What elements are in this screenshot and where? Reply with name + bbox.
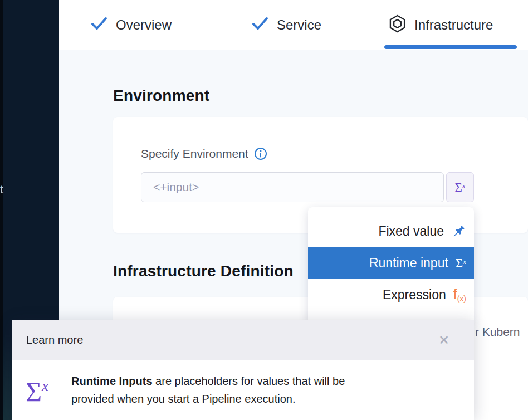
pin-icon xyxy=(451,224,466,239)
fx-expression-icon: f(x) xyxy=(453,287,466,302)
clipped-kubernetes-text: r Kubern xyxy=(475,325,520,339)
dropdown-item-label: Expression xyxy=(383,287,446,302)
sidebar-edge-strip xyxy=(0,0,3,420)
close-icon[interactable]: ✕ xyxy=(438,334,449,347)
infrastructure-definition-heading: Infrastructure Definition xyxy=(113,262,294,280)
environment-heading: Environment xyxy=(113,87,209,105)
dropdown-item-expression[interactable]: Expression f(x) xyxy=(308,279,474,311)
check-icon xyxy=(252,17,268,33)
active-tab-underline xyxy=(384,45,517,49)
tab-service[interactable]: Service xyxy=(252,0,321,50)
tab-infrastructure[interactable]: Infrastructure xyxy=(389,0,493,50)
specify-environment-label: Specify Environment xyxy=(141,147,248,160)
info-icon[interactable] xyxy=(254,147,267,160)
app-root: Overview Service Infrastructure Environm… xyxy=(0,0,528,420)
tab-service-label: Service xyxy=(277,17,321,33)
dropdown-item-label: Runtime input xyxy=(369,256,448,271)
stage-tabbar: Overview Service Infrastructure xyxy=(0,0,528,50)
popover-header: Learn more ✕ xyxy=(12,320,474,360)
dropdown-item-fixed-value[interactable]: Fixed value xyxy=(308,216,474,247)
tab-overview[interactable]: Overview xyxy=(91,0,172,50)
specify-environment-row: Specify Environment xyxy=(141,147,267,160)
popover-title: Learn more xyxy=(26,334,83,346)
hexagon-icon xyxy=(389,14,406,36)
popover-body: Σx Runtime Inputs are placeholders for v… xyxy=(12,360,474,420)
environment-input[interactable] xyxy=(141,172,444,202)
sidebar-clipped-text: t xyxy=(0,183,3,196)
runtime-input-selector-button[interactable]: Σx xyxy=(446,172,474,202)
value-type-dropdown: Fixed value Runtime input Σx Expression … xyxy=(308,207,474,324)
popover-description: Runtime Inputs are placeholders for valu… xyxy=(71,372,450,408)
tab-infrastructure-label: Infrastructure xyxy=(414,17,493,33)
tab-overview-label: Overview xyxy=(116,17,172,33)
sigma-x-icon: Σx xyxy=(456,257,466,270)
learn-more-popover: Learn more ✕ Σx Runtime Inputs are place… xyxy=(12,320,474,420)
check-icon xyxy=(91,17,107,33)
sigma-x-icon: Σx xyxy=(454,181,465,194)
sigma-x-icon: Σx xyxy=(26,378,48,406)
dropdown-item-runtime-input[interactable]: Runtime input Σx xyxy=(308,247,474,279)
dropdown-item-label: Fixed value xyxy=(378,224,444,239)
